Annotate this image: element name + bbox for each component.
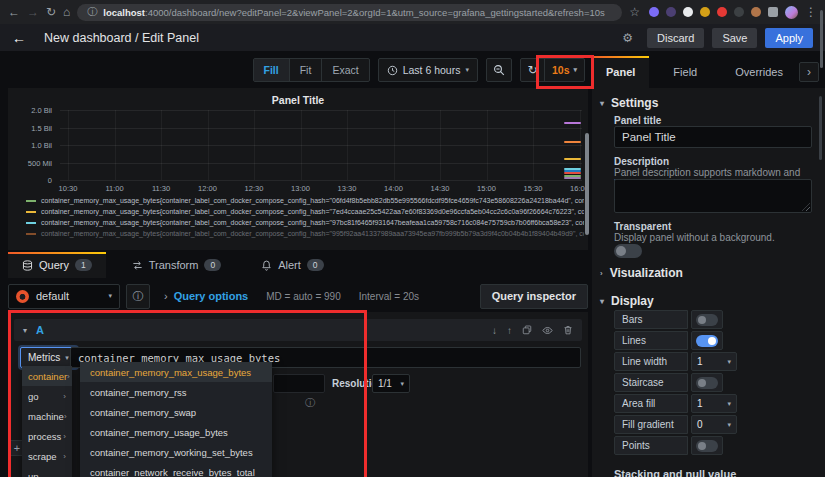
fill-gradient-select[interactable]: 0▾ [691,415,737,434]
extension-icon[interactable] [700,7,710,17]
tab-overrides[interactable]: Overrides [721,56,797,88]
delete-query-trash-icon[interactable] [563,325,573,335]
series-color-dash [26,211,36,213]
datasource-select[interactable]: default ▾ [8,284,120,309]
line-width-select[interactable]: 1▾ [691,352,737,371]
stacking-section-header[interactable]: Stacking and null value [614,468,736,477]
browser-forward-icon[interactable]: → [27,6,39,18]
query-count-badge: 1 [75,259,92,271]
query-options-toggle[interactable]: Query options [174,290,249,302]
extension-icon[interactable] [683,7,693,17]
zoom-out-button[interactable] [486,58,512,82]
bars-toggle[interactable] [691,310,723,329]
profile-avatar[interactable] [785,6,798,19]
time-range-picker[interactable]: Last 6 hours ▾ [378,58,478,82]
menu-item[interactable]: container_memory_working_set_bytes [80,442,272,462]
extensions-puzzle-icon[interactable] [768,7,778,17]
legend-item[interactable]: container_memory_max_usage_bytes{contain… [26,228,584,239]
menu-item[interactable]: container_network_receive_bytes_total [80,462,272,477]
lines-toggle[interactable] [691,331,723,350]
move-query-down-icon[interactable]: ↓ [492,325,497,336]
description-textarea[interactable] [614,179,812,213]
staircase-label: Staircase [614,373,688,392]
fill-button[interactable]: Fill [254,59,290,81]
move-query-up-icon[interactable]: ↑ [507,325,512,336]
menu-group-up[interactable]: up [22,466,72,477]
duplicate-query-icon[interactable] [522,325,532,335]
menu-item[interactable]: container_memory_max_usage_bytes [80,362,272,382]
refresh-now-button[interactable]: ↻ [521,59,545,81]
extension-icon[interactable] [666,7,676,17]
browser-back-icon[interactable]: ← [8,6,20,18]
tab-alert[interactable]: Alert 0 [247,252,337,278]
refresh-interval-dropdown[interactable]: 10s ▾ [545,59,584,81]
discard-button[interactable]: Discard [647,28,704,48]
y-axis-tick: 2.0 Bil [8,106,52,115]
save-button[interactable]: Save [712,28,757,48]
tab-panel[interactable]: Panel [592,56,649,88]
metrics-group-menu: container› go› machine› process› scrape›… [22,366,72,477]
browser-reload-icon[interactable]: ↻ [46,6,56,18]
panel-title-input[interactable]: Panel Title [614,126,812,148]
menu-group-process[interactable]: process› [22,426,72,446]
sidebar-scrollbar[interactable] [819,96,822,160]
query-inspector-button[interactable]: Query inspector [480,284,588,309]
sidebar-collapse-button[interactable]: › [799,62,819,82]
query-row-header[interactable]: ▾ A ↓ ↑ [14,319,582,341]
collapse-chevron-icon[interactable]: ▾ [23,326,27,335]
dashboard-settings-gear-icon[interactable]: ⚙ [622,31,633,45]
extension-icon[interactable] [751,7,761,17]
display-section-header[interactable]: ▾ Display [600,294,654,308]
transparent-toggle[interactable] [614,244,642,258]
fit-button[interactable]: Fit [290,59,323,81]
visualization-section-header[interactable]: › Visualization [600,266,683,280]
area-fill-select[interactable]: 1▾ [691,394,737,413]
panel-toolbar: Fill Fit Exact Last 6 hours ▾ ↻ 10s ▾ [0,57,588,83]
refresh-picker: ↻ 10s ▾ [520,58,585,82]
menu-group-scrape[interactable]: scrape› [22,446,72,466]
metrics-submenu: container_memory_max_usage_bytes contain… [80,362,272,477]
chart-panel[interactable]: Panel Title container_memory_max_usage_b… [8,88,588,250]
menu-group-container[interactable]: container› [22,366,72,386]
tab-field[interactable]: Field [659,56,711,88]
legend-item[interactable]: container_memory_max_usage_bytes{contain… [26,206,584,217]
extension-icon[interactable] [734,7,744,17]
browser-chrome: ← → ↻ ⌂ ⓘ localhost:4000/dashboard/new?e… [0,0,825,24]
disable-query-eye-icon[interactable] [542,325,553,336]
tab-transform[interactable]: Transform 0 [118,252,235,278]
metrics-dropdown-button[interactable]: Metrics ▾ [20,347,77,368]
y-axis-tick: 1.0 Bil [8,141,52,150]
gridline [60,128,582,129]
site-info-icon[interactable]: ⓘ [87,7,97,17]
resolution-select[interactable]: 1/1 ▾ [372,374,410,393]
gridline [208,110,209,180]
browser-home-icon[interactable]: ⌂ [63,6,70,18]
settings-section-header[interactable]: ▾ Settings [600,96,658,110]
chrome-menu-icon[interactable]: ⋮ [805,6,817,18]
menu-group-machine[interactable]: machine› [22,406,72,426]
extension-icon[interactable] [649,7,659,17]
legend-item[interactable]: container_memory_max_usage_bytes{contain… [26,195,584,206]
submenu-scrollbar[interactable] [820,10,823,68]
tab-query[interactable]: Query 1 [8,252,106,278]
menu-item[interactable]: container_memory_usage_bytes [80,422,272,442]
chevron-down-icon: ▾ [573,66,577,74]
x-axis-tick: 13:00 [280,184,322,193]
legend-item[interactable]: container_memory_max_usage_bytes{contain… [26,217,584,228]
url-bar[interactable]: ⓘ localhost:4000/dashboard/new?editPanel… [77,4,622,21]
menu-item[interactable]: container_memory_swap [80,402,272,422]
exact-button[interactable]: Exact [322,59,368,81]
gridline [115,110,116,180]
staircase-toggle[interactable] [691,373,723,392]
bookmark-star-icon[interactable]: ☆ [629,6,640,18]
menu-item[interactable]: container_memory_rss [80,382,272,402]
extension-icon[interactable] [717,7,727,17]
menu-group-go[interactable]: go› [22,386,72,406]
datasource-help-button[interactable]: ⓘ [126,284,150,309]
points-toggle[interactable] [691,436,723,455]
back-arrow-icon[interactable]: ← [12,30,26,46]
main-scrollbar[interactable] [585,133,589,235]
resize-grip-icon[interactable] [802,203,810,211]
apply-button[interactable]: Apply [765,28,813,48]
min-step-input[interactable] [273,374,325,393]
